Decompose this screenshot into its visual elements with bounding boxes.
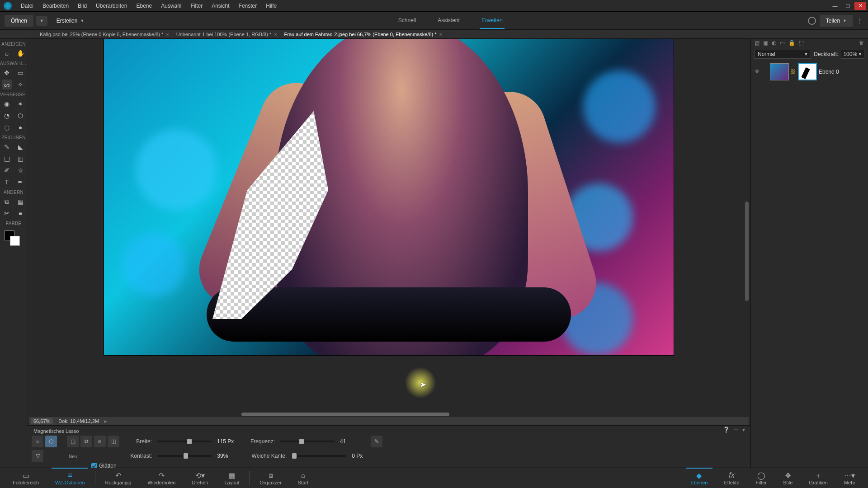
menu-ansicht[interactable]: Ansicht	[207, 3, 234, 9]
menu-datei[interactable]: Datei	[16, 3, 38, 9]
recompose-tool-icon[interactable]: ▦	[15, 197, 25, 206]
tab-0[interactable]: Käfig.psd bei 25% (Ebene 0 Kopie 5, Eben…	[36, 32, 173, 37]
mask-icon[interactable]: ▭	[780, 40, 785, 47]
color-swatches[interactable]	[0, 229, 27, 247]
content-tool-icon[interactable]: ✂	[2, 208, 12, 218]
create-button[interactable]: Erstellen▼	[50, 15, 91, 27]
selection-subtract-button[interactable]: ⧈	[94, 436, 106, 447]
bb-effekte[interactable]: fxEffekte	[716, 471, 747, 485]
bb-stile[interactable]: ❖Stile	[775, 471, 801, 485]
menu-icon[interactable]: ⋯	[733, 427, 739, 433]
delete-layer-icon[interactable]: 🗑	[859, 40, 864, 47]
gradient-tool-icon[interactable]: ▥	[15, 154, 25, 164]
fx-icon[interactable]: ⬚	[799, 40, 804, 47]
blur-tool-icon[interactable]: ◌	[2, 122, 12, 132]
layer-row-0[interactable]: 👁 ⛓ Ebene 0	[751, 61, 868, 83]
move-tool-icon[interactable]: ✥	[2, 68, 12, 78]
pencil-tool-icon[interactable]: ✐	[2, 165, 12, 175]
shape-tool-icon[interactable]: ☆	[15, 165, 25, 175]
selection-new-button[interactable]: ▢	[67, 436, 79, 447]
bucket-tool-icon[interactable]: ◣	[15, 142, 25, 152]
menu-ebene[interactable]: Ebene	[132, 3, 156, 9]
width-slider[interactable]	[157, 441, 212, 442]
blend-mode-dropdown[interactable]: Normal▼	[755, 50, 811, 59]
visibility-icon[interactable]: 👁	[755, 68, 762, 75]
selection-add-button[interactable]: ⧉	[80, 436, 92, 447]
contrast-slider[interactable]	[157, 455, 212, 457]
background-color-swatch[interactable]	[10, 236, 20, 246]
bb-start[interactable]: ⌂Start	[290, 471, 316, 485]
tab-2[interactable]: Frau auf dem Fahrrad-2.jpeg bei 66,7% (E…	[281, 32, 446, 37]
crop-tool-icon[interactable]: ⧉	[2, 197, 12, 206]
mode-erweitert[interactable]: Erweitert	[480, 13, 505, 29]
zoom-tool-icon[interactable]: ⌕	[2, 48, 12, 58]
document-canvas[interactable]	[104, 39, 674, 355]
tab-1[interactable]: Unbenannt-1 bei 100% (Ebene 1, RGB/8) *×	[173, 32, 281, 37]
bb-drehen[interactable]: ⟲▾Drehen	[184, 471, 216, 485]
more-icon[interactable]: ⋮	[857, 17, 863, 24]
menu-bearbeiten[interactable]: Bearbeiten	[38, 3, 73, 9]
sponge-tool-icon[interactable]: ●	[15, 122, 25, 132]
close-icon[interactable]: ×	[439, 32, 442, 37]
redeye-tool-icon[interactable]: ◉	[2, 99, 12, 109]
straighten-tool-icon[interactable]: ≡	[15, 208, 25, 218]
window-minimize-button[interactable]: —	[829, 2, 841, 10]
theme-toggle-icon[interactable]	[808, 17, 816, 25]
lasso-tool-icon[interactable]: ᔕ	[2, 80, 12, 89]
bb-grafiken[interactable]: ＋Grafiken	[801, 471, 836, 485]
canvas-view[interactable]: ➤	[27, 39, 750, 410]
spot-tool-icon[interactable]: ✶	[15, 99, 25, 109]
zoom-readout[interactable]: 66,67%	[31, 418, 53, 424]
mask-link-icon[interactable]: ⛓	[791, 69, 796, 75]
new-layer-icon[interactable]: ▧	[755, 40, 760, 47]
layer-mask-thumbnail[interactable]	[798, 63, 817, 80]
close-icon[interactable]: ×	[166, 32, 169, 37]
eraser-tool-icon[interactable]: ◫	[2, 154, 12, 164]
vertical-scrollbar[interactable]	[745, 202, 749, 301]
menu-bild[interactable]: Bild	[73, 3, 91, 9]
bb-wz-optionen[interactable]: ≡WZ-Optionen	[47, 471, 93, 485]
text-tool-icon[interactable]: T	[2, 177, 12, 187]
bb-filter[interactable]: ◯Filter	[748, 471, 775, 485]
feather-slider[interactable]	[292, 455, 346, 457]
menu-auswahl[interactable]: Auswahl	[156, 3, 186, 9]
bb-organizer[interactable]: ⧈Organizer	[251, 471, 289, 485]
open-dropdown[interactable]: ▼	[36, 16, 47, 26]
custom-tool-icon[interactable]: ✒	[15, 177, 25, 187]
window-maximize-button[interactable]: ▢	[842, 2, 854, 10]
lasso-freehand-button[interactable]: ○	[32, 436, 43, 447]
layer-name[interactable]: Ebene 0	[819, 69, 839, 75]
lock-icon[interactable]: 🔒	[788, 40, 795, 47]
bb-wiederholen[interactable]: ↷Wiederholen	[140, 471, 184, 485]
bb-fotobereich[interactable]: ▭Fotobereich	[5, 471, 47, 485]
menu-filter[interactable]: Filter	[186, 3, 208, 9]
collapse-icon[interactable]: ▾	[742, 427, 745, 433]
status-chevron-icon[interactable]: ▸	[104, 418, 107, 424]
new-group-icon[interactable]: ▣	[763, 40, 768, 47]
adjustment-icon[interactable]: ◐	[772, 40, 776, 47]
pressure-pen-icon[interactable]: ✎	[371, 436, 382, 447]
frequency-slider[interactable]	[280, 441, 335, 442]
selection-intersect-button[interactable]: ◫	[108, 436, 119, 447]
marquee-tool-icon[interactable]: ▭	[15, 68, 25, 78]
menu-fenster[interactable]: Fenster	[234, 3, 262, 9]
close-icon[interactable]: ×	[274, 32, 277, 37]
mode-assistent[interactable]: Assistent	[436, 13, 462, 29]
clone-tool-icon[interactable]: ⬡	[15, 111, 25, 121]
help-icon[interactable]: ❔	[723, 427, 730, 433]
smart-brush-icon[interactable]: ◔	[2, 111, 12, 121]
open-button[interactable]: Öffnen	[5, 15, 33, 27]
window-close-button[interactable]: ✕	[854, 2, 866, 10]
menu-hilfe[interactable]: Hilfe	[261, 3, 281, 9]
menu-ueberarbeiten[interactable]: Überarbeiten	[91, 3, 132, 9]
horizontal-scrollbar[interactable]	[241, 413, 449, 416]
brush-tool-icon[interactable]: ✎	[2, 142, 12, 152]
mode-schnell[interactable]: Schnell	[396, 13, 418, 29]
bb-rueckgaengig[interactable]: ↶Rückgängig	[97, 471, 140, 485]
bb-layout[interactable]: ▦Layout	[216, 471, 247, 485]
hand-tool-icon[interactable]: ✋	[15, 48, 25, 58]
bb-ebenen[interactable]: ◆Ebenen	[683, 471, 716, 485]
lasso-magnetic-button[interactable]: ⬡	[45, 436, 57, 447]
opacity-field[interactable]: 100%▼	[841, 50, 864, 59]
lasso-polygon-button[interactable]: ▽	[32, 450, 43, 462]
